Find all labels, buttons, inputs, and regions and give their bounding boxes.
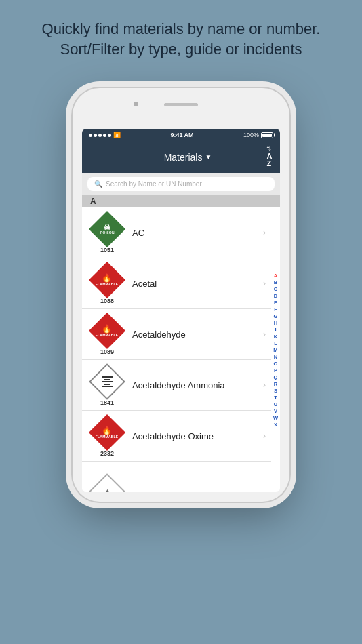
- item-name-ammonia: Acetaldehyde Ammonia: [132, 380, 260, 390]
- list-item-partial[interactable]: ▲: [82, 462, 271, 492]
- chevron-icon: ›: [263, 380, 266, 390]
- diamond-content: ▲: [104, 488, 110, 492]
- list-item[interactable]: 1841 Acetaldehyde Ammonia ›: [82, 360, 271, 411]
- sort-az-label: AZ: [267, 153, 272, 167]
- gas-lines: [102, 376, 113, 387]
- alpha-letter-t[interactable]: T: [274, 395, 277, 401]
- alpha-letter-m[interactable]: M: [273, 347, 277, 353]
- list-items: ☠ POISON 1051 AC ›: [82, 207, 271, 492]
- diamond-content: [102, 376, 113, 387]
- alpha-letter-h[interactable]: H: [274, 320, 277, 326]
- alpha-letter-x[interactable]: X: [274, 422, 277, 428]
- alpha-letter-l[interactable]: L: [274, 340, 277, 346]
- speaker: [164, 103, 198, 106]
- diamond-content: 🔥 FLAMMABLE: [96, 325, 118, 338]
- list-item[interactable]: 🔥 FLAMMABLE 1088 Acetal ›: [82, 258, 271, 309]
- diamond-label: FLAMMABLE: [96, 435, 118, 439]
- chevron-icon: ›: [263, 279, 266, 288]
- poison-diamond: ☠ POISON: [89, 211, 125, 247]
- gas-line: [104, 379, 110, 380]
- diamond-wrap: 🔥 FLAMMABLE: [91, 315, 123, 347]
- hazmat-badge-oxime: 🔥 FLAMMABLE 2332: [87, 415, 127, 457]
- nav-bar: Materials ▼ ⇅ AZ: [82, 141, 280, 173]
- alpha-letter-o[interactable]: O: [274, 361, 278, 367]
- section-header-a: A: [82, 195, 280, 207]
- un-number-acetal: 1088: [100, 298, 114, 304]
- alpha-letter-q[interactable]: Q: [274, 374, 278, 380]
- partial-icon: ▲: [104, 488, 110, 492]
- nav-title[interactable]: Materials ▼: [164, 152, 212, 163]
- wifi-icon: 📶: [113, 132, 121, 138]
- alpha-letter-s[interactable]: S: [274, 388, 277, 394]
- gas-line: [102, 381, 113, 382]
- un-number-ac: 1051: [100, 247, 114, 254]
- diamond-content: 🔥 FLAMMABLE: [96, 426, 118, 439]
- alpha-index: A B C D E F G H I K L M N O P Q R S T U: [271, 207, 280, 492]
- diamond-label: POISON: [100, 231, 115, 235]
- search-placeholder: Search by Name or UN Number: [106, 180, 202, 188]
- battery-fill: [262, 134, 272, 137]
- item-name-acetal: Acetal: [132, 279, 260, 289]
- item-name-oxime: Acetaldehyde Oxime: [132, 431, 260, 441]
- signal-dots: [89, 134, 111, 137]
- item-name-acetaldehyde: Acetaldehyde: [132, 329, 260, 340]
- diamond-content: ☠ POISON: [100, 223, 115, 235]
- un-number-acetaldehyde: 1089: [100, 348, 114, 355]
- search-input-wrap[interactable]: 🔍 Search by Name or UN Number: [87, 177, 275, 191]
- battery-percent: 100%: [243, 132, 259, 138]
- phone-shell: 📶 9:41 AM 100% Materials ▼ ⇅ AZ: [73, 88, 289, 502]
- dropdown-icon: ▼: [205, 153, 212, 161]
- alpha-letter-w[interactable]: W: [273, 415, 278, 421]
- alpha-letter-u[interactable]: U: [274, 401, 277, 407]
- diamond-wrap: 🔥 FLAMMABLE: [91, 264, 123, 296]
- flame-icon: 🔥: [102, 325, 113, 334]
- hazmat-badge-acetal: 🔥 FLAMMABLE 1088: [87, 262, 127, 304]
- phone-screen: 📶 9:41 AM 100% Materials ▼ ⇅ AZ: [82, 129, 280, 492]
- alpha-letter-v[interactable]: V: [274, 408, 277, 414]
- alpha-letter-k[interactable]: K: [274, 334, 277, 340]
- diamond-label: FLAMMABLE: [96, 334, 118, 338]
- gas-line: [104, 384, 110, 385]
- flame-icon: 🔥: [102, 426, 113, 435]
- alpha-letter-b[interactable]: B: [274, 279, 277, 285]
- alpha-letter-e[interactable]: E: [274, 300, 277, 306]
- flame-icon: 🔥: [102, 274, 113, 283]
- status-bar: 📶 9:41 AM 100%: [82, 129, 280, 141]
- gas-line: [102, 386, 113, 387]
- diamond-content: 🔥 FLAMMABLE: [96, 274, 118, 287]
- battery-icon: [261, 132, 273, 138]
- alpha-letter-d[interactable]: D: [274, 293, 277, 299]
- hazmat-badge-acetaldehyde: 🔥 FLAMMABLE 1089: [87, 313, 127, 355]
- search-bar: 🔍 Search by Name or UN Number: [82, 173, 280, 195]
- list-item[interactable]: 🔥 FLAMMABLE 1089 Acetaldehyde ›: [82, 309, 271, 360]
- item-name-ac: AC: [132, 228, 260, 238]
- gas-diamond: [89, 363, 125, 400]
- alpha-letter-a[interactable]: A: [274, 273, 277, 279]
- search-icon: 🔍: [94, 180, 102, 188]
- list-item[interactable]: 🔥 FLAMMABLE 2332 Acetaldehyde Oxime ›: [82, 411, 271, 462]
- alpha-letter-r[interactable]: R: [274, 381, 277, 387]
- flammable-diamond: 🔥 FLAMMABLE: [89, 313, 125, 349]
- list-item[interactable]: ☠ POISON 1051 AC ›: [82, 207, 271, 258]
- status-time: 9:41 AM: [170, 132, 193, 138]
- sort-button[interactable]: ⇅ AZ: [266, 146, 272, 167]
- diamond-wrap: ▲: [91, 475, 123, 492]
- hazmat-badge-partial: ▲: [87, 466, 127, 492]
- chevron-icon: ›: [263, 431, 266, 441]
- alpha-letter-i[interactable]: I: [275, 327, 276, 333]
- diamond-label: FLAMMABLE: [96, 283, 118, 287]
- list-container: ☠ POISON 1051 AC ›: [82, 207, 280, 492]
- chevron-icon: ›: [263, 329, 266, 339]
- alpha-letter-n[interactable]: N: [274, 354, 277, 360]
- flammable-diamond: 🔥 FLAMMABLE: [89, 414, 125, 451]
- front-camera: [134, 102, 138, 106]
- diamond-wrap: 🔥 FLAMMABLE: [91, 416, 123, 449]
- alpha-letter-f[interactable]: F: [274, 306, 277, 313]
- alpha-letter-p[interactable]: P: [274, 367, 277, 374]
- chevron-icon: ›: [263, 228, 266, 237]
- diamond-wrap: [91, 365, 123, 398]
- alpha-letter-c[interactable]: C: [274, 286, 277, 292]
- partial-diamond: ▲: [89, 473, 125, 492]
- alpha-letter-g[interactable]: G: [274, 313, 278, 319]
- gas-line: [102, 376, 113, 378]
